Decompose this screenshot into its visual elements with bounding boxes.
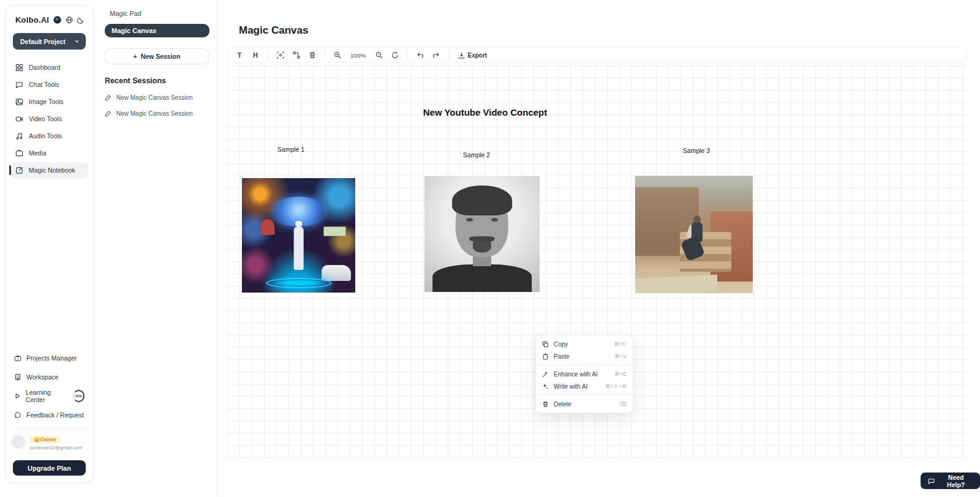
copy-icon	[542, 341, 549, 348]
undo-icon	[417, 51, 424, 59]
context-item-label: Delete	[554, 401, 571, 408]
magic-wand-icon	[542, 371, 549, 378]
export-label: Export	[468, 52, 488, 59]
user-account-row[interactable]: 👑Owner zoharvan12@gmail.com	[10, 428, 88, 454]
sidebar-item-projects-manager[interactable]: Projects Manager	[10, 350, 88, 366]
new-session-button[interactable]: + New Session	[105, 48, 209, 64]
reset-view-button[interactable]	[388, 49, 402, 61]
redo-button[interactable]	[429, 49, 443, 61]
delete-tool-button[interactable]	[306, 49, 319, 61]
tab-magic-pad[interactable]: Magic Pad	[105, 9, 209, 18]
portrait-hair	[452, 185, 512, 215]
zoom-out-icon	[375, 51, 383, 59]
ai-select-tool-button[interactable]	[274, 49, 287, 61]
sidebar-item-image-tools[interactable]: Image Tools	[10, 94, 88, 110]
brain-logo-icon	[53, 15, 62, 24]
canvas-heading[interactable]: New Youtube Video Concept	[423, 107, 548, 118]
sidebar-item-label: Workspace	[26, 373, 58, 381]
sidebar-item-magic-notebook[interactable]: Magic Notebook	[10, 162, 88, 178]
sample-1-image[interactable]	[242, 178, 355, 293]
ai-select-icon	[277, 51, 284, 59]
sidebar-item-learning-center[interactable]: Learning Center 66%	[10, 388, 88, 404]
sample-1-label[interactable]: Sample 1	[277, 146, 304, 153]
building-icon	[14, 373, 21, 381]
sidebar-nav: Dashboard Chat Tools Image Tools Video T…	[10, 59, 88, 178]
sidebar-item-label: Feedback / Request	[26, 411, 84, 419]
paste-icon	[542, 353, 549, 360]
context-menu-delete[interactable]: Delete ⌫	[536, 398, 633, 410]
shortcut-hint: ⌘+C	[614, 341, 627, 347]
portrait-beard	[473, 241, 491, 253]
need-help-button[interactable]: Need Help?	[921, 473, 980, 489]
new-session-label: New Session	[141, 53, 181, 60]
context-menu-copy[interactable]: Copy ⌘+C	[536, 338, 633, 350]
money-graphic	[323, 226, 346, 237]
role-badge-label: Owner	[40, 436, 56, 443]
sample-2-label[interactable]: Sample 2	[463, 151, 490, 159]
zoom-in-button[interactable]	[331, 49, 344, 61]
pencil-icon	[105, 94, 111, 101]
heading-tool-button[interactable]: H	[249, 49, 262, 61]
connector-tool-button[interactable]	[290, 49, 303, 61]
sidebar: Kolbo.AI Default Project Dashboard Chat …	[5, 5, 94, 484]
sidebar-footer-nav: Projects Manager Workspace Learning Cent…	[10, 350, 88, 423]
help-chat-icon	[928, 477, 935, 485]
context-item-label: Write with AI	[554, 383, 587, 390]
upgrade-plan-button[interactable]: Upgrade Plan	[13, 460, 86, 476]
zoom-out-button[interactable]	[372, 49, 386, 61]
portrait-shirt	[432, 264, 532, 292]
sample-3-image[interactable]	[635, 176, 753, 293]
zoom-in-icon	[334, 51, 341, 59]
tab-magic-canvas[interactable]: Magic Canvas	[105, 24, 209, 37]
toolbar-divider	[448, 51, 449, 59]
sidebar-item-label: Learning Center	[26, 389, 68, 403]
undo-button[interactable]	[413, 49, 427, 61]
user-info: 👑Owner zoharvan12@gmail.com	[29, 433, 82, 450]
sample-2-image[interactable]	[424, 176, 540, 292]
sidebar-item-label: Chat Tools	[29, 81, 59, 88]
toolbar-divider	[268, 51, 268, 59]
logo-row: Kolbo.AI	[10, 13, 88, 24]
context-item-label: Enhance with AI	[554, 371, 598, 378]
sidebar-item-chat-tools[interactable]: Chat Tools	[10, 77, 88, 92]
sidebar-item-video-tools[interactable]: Video Tools	[10, 111, 88, 127]
sidebar-item-label: Image Tools	[29, 98, 63, 105]
zoom-level: 100%	[347, 52, 370, 59]
language-globe-icon[interactable]	[66, 16, 73, 24]
shortcut-hint: ⌘+E	[614, 371, 627, 377]
context-menu-enhance-with-ai[interactable]: Enhance with AI ⌘+E	[536, 368, 633, 380]
text-tool-button[interactable]: T	[233, 49, 246, 61]
sidebar-item-audio-tools[interactable]: Audio Tools	[10, 128, 88, 144]
sidebar-item-feedback[interactable]: Feedback / Request	[10, 407, 88, 423]
sidebar-item-dashboard[interactable]: Dashboard	[10, 59, 88, 75]
notebook-icon	[15, 166, 23, 174]
context-menu-paste[interactable]: Paste ⌘+V	[536, 350, 633, 362]
sidebar-item-workspace[interactable]: Workspace	[10, 369, 88, 385]
chevron-down-icon	[74, 39, 80, 44]
session-label: New Magic Canvas Session	[116, 110, 193, 117]
play-icon	[14, 392, 21, 400]
session-list-item[interactable]: New Magic Canvas Session	[105, 94, 209, 101]
sidebar-item-media[interactable]: Media	[10, 145, 88, 161]
sparkles-icon	[542, 383, 549, 390]
robot-graphic	[293, 226, 304, 270]
toolbar-divider	[325, 51, 325, 59]
media-folder-icon	[15, 149, 23, 157]
connector-icon	[293, 51, 300, 59]
app-logo: Kolbo.AI	[15, 15, 49, 24]
dark-mode-moon-icon[interactable]	[77, 16, 85, 24]
ruins-ground	[635, 275, 717, 293]
context-menu-divider	[536, 365, 633, 365]
project-selector[interactable]: Default Project	[13, 33, 86, 50]
briefcase-icon	[14, 354, 21, 362]
music-note-icon	[15, 132, 23, 140]
context-menu-write-with-ai[interactable]: Write with AI ⌘+⇧+W	[536, 380, 633, 392]
sidebar-item-label: Magic Notebook	[29, 166, 75, 174]
avatar	[12, 435, 25, 449]
sidebar-spacer	[10, 178, 88, 350]
session-list-item[interactable]: New Magic Canvas Session	[105, 110, 209, 117]
export-button[interactable]: Export	[454, 52, 491, 59]
context-menu-divider	[536, 395, 633, 395]
sample-3-label[interactable]: Sample 3	[683, 147, 710, 154]
trash-icon	[309, 51, 316, 59]
